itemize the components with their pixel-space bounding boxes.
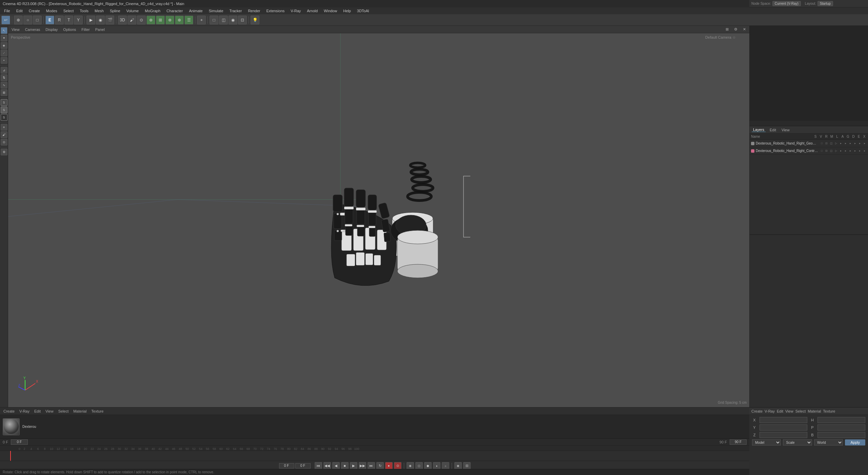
menu-item-volume[interactable]: Volume [124,8,142,14]
vp-expand-icon[interactable]: ⊞ [724,27,730,32]
left-sds-btn[interactable]: ⊞ [1,89,7,96]
menu-item-character[interactable]: Character [164,8,185,14]
toolbar-green5-btn[interactable]: ☰ [184,16,193,24]
toolbar-move-tool[interactable]: E [45,16,54,24]
coord-x-input[interactable] [760,417,807,423]
transport-next-frame[interactable]: ▶▶ [359,462,366,470]
frame-total-input[interactable] [730,439,747,445]
toolbar-anim-btn[interactable]: ▶ [86,16,95,24]
timeline-ruler[interactable]: 0 2 4 6 8 10 12 14 16 18 20 22 24 26 28 … [0,445,749,451]
left-s1-btn[interactable]: S [1,99,7,106]
menu-item-tools[interactable]: Tools [77,8,91,14]
timeline-tracks[interactable] [0,451,749,461]
menu-item-3dtoal[interactable]: 3DToAl [354,8,372,14]
toolbar-paint-btn[interactable]: 🖌 [127,16,136,24]
transport-keyframe-4[interactable]: ⬧ [433,462,440,470]
menu-item-file[interactable]: File [1,8,13,14]
transport-frame-input[interactable] [279,463,294,469]
coord-y-input[interactable] [760,424,807,431]
left-extra-btn[interactable]: ⚙ [1,149,7,155]
coord-h-input[interactable] [817,417,865,423]
coords-tab-create[interactable]: Create [751,409,763,413]
vp-settings-icon[interactable]: ⚙ [733,27,739,32]
bt-texture[interactable]: Texture [90,409,105,413]
frame-start-input[interactable] [11,439,28,445]
left-poly-tool[interactable]: ◈ [1,42,7,49]
node-space-value[interactable]: Current (V-Ray) [772,1,801,6]
toolbar-3d-btn[interactable]: 3D [118,16,127,24]
left-mirror-btn[interactable]: ⇅ [1,74,7,81]
left-move-tool[interactable]: ✦ [1,35,7,41]
vp-menu-cameras[interactable]: Cameras [24,27,42,32]
toolbar-universal-tool[interactable]: Y [74,16,83,24]
coords-tab-vray[interactable]: V-Ray [765,409,775,413]
menu-item-tracker[interactable]: Tracker [227,8,245,14]
left-spline-btn[interactable]: ∿ [1,82,7,89]
menu-item-v-ray[interactable]: V-Ray [288,8,303,14]
transport-loop[interactable]: ↻ [376,462,384,470]
transport-extra-2[interactable]: ⊟ [463,462,471,470]
layers-tab-view[interactable]: View [780,128,791,132]
left-point-tool[interactable]: • [1,57,7,64]
menu-item-simulate[interactable]: Simulate [206,8,226,14]
menu-item-modes[interactable]: Modes [43,8,60,14]
transport-play[interactable]: ▶ [350,462,357,470]
vp-close-icon[interactable]: ✕ [742,27,747,32]
menu-item-extensions[interactable]: Extensions [263,8,287,14]
coords-tab-material[interactable]: Material [808,409,821,413]
menu-item-help[interactable]: Help [340,8,354,14]
transport-play-reverse[interactable]: ◀ [332,462,340,470]
coords-tab-edit[interactable]: Edit [777,409,783,413]
vp-menu-view[interactable]: View [10,27,21,32]
left-s3-btn[interactable]: S [1,114,7,121]
left-brush-btn[interactable]: 🖌 [1,131,7,138]
bt-material[interactable]: Material [72,409,88,413]
material-thumbnail[interactable] [3,418,20,435]
menu-item-spline[interactable]: Spline [107,8,123,14]
menu-item-create[interactable]: Create [26,8,43,14]
toolbar-sculpt-btn[interactable]: ⊙ [137,16,146,24]
menu-item-mesh[interactable]: Mesh [92,8,106,14]
toolbar-move-btn[interactable]: ⊕ [14,16,23,24]
layer-row-geometry[interactable]: Dexterous_Robotic_Hand_Right_Geometry □ … [750,140,868,147]
apply-button[interactable]: Apply [845,439,865,445]
timeline-playhead[interactable] [10,451,11,461]
toolbar-display-btn2[interactable]: ◫ [219,16,228,24]
world-dropdown[interactable]: World [814,439,843,445]
left-sculpt2-btn[interactable]: ⊙ [1,139,7,146]
menu-item-animate[interactable]: Animate [186,8,205,14]
transport-goto-end[interactable]: ⏭ [368,462,375,470]
bt-select[interactable]: Select [57,409,70,413]
menu-item-render[interactable]: Render [245,8,263,14]
toolbar-light-btn[interactable]: 💡 [251,16,259,24]
toolbar-display-btn3[interactable]: ◉ [229,16,237,24]
vp-menu-display[interactable]: Display [44,27,59,32]
vp-menu-options[interactable]: Options [62,27,77,32]
menu-item-arnold[interactable]: Arnold [304,8,320,14]
toolbar-render-btn[interactable]: 🎬 [105,16,114,24]
viewport[interactable]: View Cameras Display Options Filter Pane… [8,26,749,407]
coords-tab-select[interactable]: Select [795,409,806,413]
vp-menu-filter[interactable]: Filter [80,27,91,32]
transport-record[interactable]: ● [385,462,393,470]
menu-item-mograph[interactable]: MoGraph [142,8,163,14]
transport-keyframe-3[interactable]: ◆ [424,462,432,470]
toolbar-green4-btn[interactable]: ⊕ [175,16,184,24]
bt-view[interactable]: View [44,409,55,413]
left-select-tool[interactable]: ↖ [1,27,7,34]
left-edge-tool[interactable]: ⟋ [1,50,7,56]
menu-item-edit[interactable]: Edit [14,8,25,14]
layers-tab-edit[interactable]: Edit [768,128,777,132]
transport-goto-start[interactable]: ⏮ [315,462,322,470]
toolbar-snap-btn[interactable]: ⌖ [197,16,206,24]
transport-auto-key[interactable]: ⊙ [394,462,401,470]
toolbar-green1-btn[interactable]: ⊕ [146,16,155,24]
vp-menu-panel[interactable]: Panel [94,27,106,32]
node-editor-canvas[interactable] [750,22,868,121]
coords-tab-view[interactable]: View [785,409,793,413]
toolbar-render-preview[interactable]: ◉ [96,16,105,24]
toolbar-display-btn4[interactable]: ⊡ [238,16,247,24]
layers-tab-layers[interactable]: Layers [752,128,766,132]
scale-dropdown[interactable]: Scale [783,439,812,445]
transport-prev-frame[interactable]: ◀◀ [323,462,331,470]
